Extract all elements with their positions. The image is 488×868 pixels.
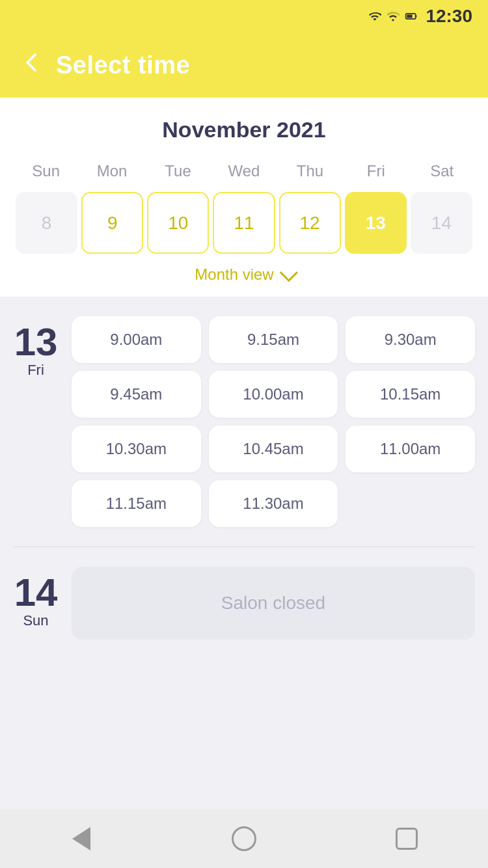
day-headers: Sun Mon Tue Wed Thu Fri Sat	[13, 158, 475, 184]
time-slot-1000[interactable]: 10.00am	[209, 371, 338, 418]
time-slot-945[interactable]: 9.45am	[72, 371, 201, 418]
day-14-name: Sun	[23, 612, 48, 629]
nav-recent-icon	[396, 828, 418, 850]
day-13-num: 13	[14, 323, 58, 362]
cal-day-12[interactable]: 12	[279, 192, 341, 254]
time-slot-1115[interactable]: 11.15am	[72, 480, 201, 527]
day-13-number: 13 Fri	[13, 316, 59, 379]
nav-bar	[0, 809, 488, 868]
day-13-block: 13 Fri 9.00am 9.15am 9.30am 9.45am 10.00…	[13, 316, 475, 527]
day-14-number: 14 Sun	[13, 567, 59, 629]
svg-rect-2	[407, 15, 413, 18]
cal-day-10[interactable]: 10	[147, 192, 209, 254]
day-header-sun: Sun	[13, 158, 79, 184]
calendar-row: 8 9 10 11 12 13 14	[13, 192, 475, 254]
day-14-block: 14 Sun Salon closed	[13, 567, 475, 640]
time-slot-1130[interactable]: 11.30am	[209, 480, 338, 527]
header: Select time	[0, 33, 488, 98]
nav-back-icon	[72, 827, 90, 850]
nav-home-icon	[232, 826, 256, 851]
cal-day-11[interactable]: 11	[213, 192, 275, 254]
nav-recent-button[interactable]	[390, 822, 423, 855]
day-header-wed: Wed	[211, 158, 277, 184]
time-slot-1045[interactable]: 10.45am	[209, 426, 338, 472]
calendar-section: November 2021 Sun Mon Tue Wed Thu Fri Sa…	[0, 98, 488, 297]
time-slot-900[interactable]: 9.00am	[72, 316, 201, 363]
month-title: November 2021	[13, 117, 475, 142]
chevron-down-icon	[279, 264, 297, 282]
battery-icon	[405, 10, 418, 23]
day-14-num: 14	[14, 573, 58, 612]
signal-icon	[386, 10, 400, 23]
day-header-sat: Sat	[409, 158, 475, 184]
wifi-icon	[368, 10, 381, 23]
day-header-tue: Tue	[145, 158, 211, 184]
slots-section: 13 Fri 9.00am 9.15am 9.30am 9.45am 10.00…	[0, 297, 488, 679]
time-slot-1030[interactable]: 10.30am	[72, 426, 201, 472]
day-header-mon: Mon	[79, 158, 144, 184]
cal-day-13[interactable]: 13	[345, 192, 407, 254]
day-header-thu: Thu	[277, 158, 343, 184]
status-bar: 12:30	[0, 0, 488, 33]
page-title: Select time	[56, 51, 190, 79]
day-13-slots-grid: 9.00am 9.15am 9.30am 9.45am 10.00am 10.1…	[72, 316, 475, 527]
month-view-toggle[interactable]: Month view	[13, 265, 475, 284]
day-header-fri: Fri	[343, 158, 409, 184]
month-view-label: Month view	[195, 265, 273, 284]
day-13-name: Fri	[27, 362, 44, 379]
nav-back-button[interactable]	[65, 822, 98, 855]
salon-closed-label: Salon closed	[72, 567, 475, 640]
divider	[13, 547, 475, 547]
time-slot-1015[interactable]: 10.15am	[346, 371, 475, 418]
cal-day-14[interactable]: 14	[411, 192, 472, 254]
back-arrow-icon	[20, 51, 43, 74]
cal-day-9[interactable]: 9	[81, 192, 143, 254]
svg-point-0	[392, 19, 394, 21]
time-slot-915[interactable]: 9.15am	[209, 316, 338, 363]
time-slot-930[interactable]: 9.30am	[346, 316, 475, 363]
cal-day-8[interactable]: 8	[16, 192, 77, 254]
status-time: 12:30	[426, 6, 472, 27]
time-slot-1100[interactable]: 11.00am	[346, 426, 475, 472]
nav-home-button[interactable]	[228, 822, 260, 855]
status-icons	[368, 10, 418, 23]
back-button[interactable]	[20, 51, 43, 80]
